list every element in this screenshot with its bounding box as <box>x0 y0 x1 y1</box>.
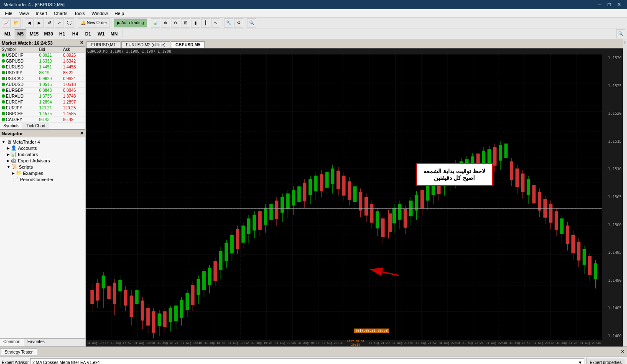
svg-rect-119 <box>364 197 368 215</box>
fullscreen-button[interactable]: ⛶ <box>65 18 74 28</box>
chart-highlight-box: 2017.08.31 20:58 <box>354 329 389 333</box>
nav-metatrader4[interactable]: ▼ 🖥 MetaTrader 4 <box>0 139 85 145</box>
svg-rect-141 <box>426 185 429 201</box>
chart-tab-eurusd-m1[interactable]: EURUSD,M1 <box>87 41 120 48</box>
period-h4[interactable]: H4 <box>69 29 81 38</box>
mw-cell-ask: 120.25 <box>61 105 85 111</box>
menu-window[interactable]: Window <box>88 10 111 17</box>
period-m1[interactable]: M1 <box>2 29 13 38</box>
maximize-button[interactable]: □ <box>605 2 613 8</box>
period-d1[interactable]: D1 <box>82 29 94 38</box>
zoom-in-button[interactable]: ⊕ <box>161 18 170 28</box>
period-sep-button[interactable]: ⚙ <box>234 18 243 28</box>
autotrading-button[interactable]: ▶ AutoTrading <box>114 18 147 28</box>
menu-help[interactable]: Help <box>111 10 127 17</box>
mw-cell-ask: 1.6342 <box>61 58 85 64</box>
tester-header: Strategy Tester ✕ <box>0 347 627 356</box>
svg-rect-193 <box>571 235 575 253</box>
period-mn[interactable]: MN <box>108 29 120 38</box>
menu-tools[interactable]: Tools <box>71 10 88 17</box>
svg-rect-55 <box>186 293 189 310</box>
mw-cell-symbol: EURUSD <box>0 64 37 70</box>
mw-row[interactable]: EURGBP 0.8843 0.8846 <box>0 88 85 94</box>
nav-scripts[interactable]: ▼ 📜 Scripts <box>0 164 85 170</box>
side-tab-1[interactable] <box>624 41 626 44</box>
period-m5[interactable]: M5 <box>15 29 26 38</box>
candlestick-chart <box>86 54 602 340</box>
svg-rect-185 <box>549 204 552 222</box>
menu-view[interactable]: View <box>16 10 33 17</box>
line-chart-button[interactable]: ∿ <box>211 18 220 28</box>
mw-cell-symbol: EURAUD <box>0 94 37 99</box>
open-button[interactable]: 📂 <box>12 18 21 28</box>
period-h1[interactable]: H1 <box>56 29 68 38</box>
nav-mt4-icon: 🖥 <box>7 139 11 144</box>
chart-tab-eurusd-m2[interactable]: EURUSD,M2 (offline) <box>121 41 170 48</box>
mw-row[interactable]: EURAUD 1.3736 1.3748 <box>0 94 85 99</box>
mw-row[interactable]: USDCHF 0.8921 0.8925 <box>0 53 85 58</box>
chart-tab-gbpusd-m5[interactable]: GBPUSD,M5 <box>171 41 205 48</box>
nav-indicators[interactable]: ▶ 📊 Indicators <box>0 151 85 157</box>
mw-row[interactable]: EURUSD 1.4451 1.4453 <box>0 64 85 70</box>
nav-expert-advisors[interactable]: ▶ 🤖 Expert Advisors <box>0 157 85 164</box>
nav-period-converter[interactable]: 📄 PeriodConverter <box>0 176 85 182</box>
mw-row[interactable]: CADJPY 86.43 86.49 <box>0 117 85 123</box>
nav-examples[interactable]: ▶ 📁 Examples <box>0 170 85 176</box>
mw-row[interactable]: AUDUSD 1.0515 1.0518 <box>0 82 85 88</box>
svg-rect-201 <box>594 263 597 279</box>
period-m30[interactable]: M30 <box>42 29 55 38</box>
indicators-button[interactable]: 📊 <box>151 18 160 28</box>
menu-file[interactable]: File <box>2 10 16 17</box>
nav-accounts-expand: ▶ <box>7 146 10 150</box>
svg-rect-83 <box>264 208 267 225</box>
menu-charts[interactable]: Charts <box>51 10 71 17</box>
grid-button[interactable]: ⊞ <box>181 18 190 28</box>
svg-rect-45 <box>158 313 161 326</box>
mw-row[interactable]: GBPUSD 1.6339 1.6342 <box>0 58 85 64</box>
tester-tab[interactable]: Strategy Tester <box>0 349 37 355</box>
mw-row[interactable]: EURJPY 120.21 120.25 <box>0 105 85 111</box>
minimize-button[interactable]: ─ <box>595 2 604 8</box>
tester-close[interactable]: ✕ <box>618 349 627 354</box>
autoscroll-button[interactable]: ⤢ <box>55 18 64 28</box>
navigator-close[interactable]: ✕ <box>80 131 84 136</box>
mw-cell-bid: 1.3736 <box>37 94 61 99</box>
period-w1[interactable]: W1 <box>95 29 107 38</box>
search-icon[interactable]: 🔍 <box>616 29 625 38</box>
svg-rect-23 <box>96 283 99 301</box>
svg-rect-105 <box>325 172 329 188</box>
nav-accounts[interactable]: ▶ 👤 Accounts <box>0 145 85 151</box>
period-m15[interactable]: M15 <box>28 29 41 38</box>
close-button[interactable]: ✕ <box>614 2 624 8</box>
mw-cell-bid: 1.2894 <box>37 99 61 105</box>
chart-inner[interactable]: لاحظ توقيت بداية الشمعه اصبح كل دقيقتين <box>86 54 602 340</box>
svg-rect-165 <box>493 147 497 165</box>
new-order-button[interactable]: 🔔 New Order <box>78 18 110 28</box>
nav-ea-icon: 🤖 <box>11 158 17 163</box>
tab-favorites[interactable]: Favorites <box>24 339 48 346</box>
mw-row[interactable]: USDCAD 0.9620 0.9624 <box>0 76 85 82</box>
template-button[interactable]: 🔧 <box>224 18 233 28</box>
forward-button[interactable]: ▶ <box>35 18 44 28</box>
tab-common[interactable]: Common <box>0 339 24 346</box>
mw-row[interactable]: EURCHF 1.2894 1.2897 <box>0 99 85 105</box>
candle-chart-button[interactable]: ┃ <box>201 18 210 28</box>
navigator-tree: ▼ 🖥 MetaTrader 4 ▶ 👤 Accounts ▶ 📊 Indica… <box>0 137 85 336</box>
market-watch-header: Market Watch: 16:24:53 ✕ <box>0 39 85 47</box>
zoom-out-button[interactable]: ⊖ <box>171 18 180 28</box>
mw-row[interactable]: USDJPY 83.19 83.22 <box>0 70 85 76</box>
back-button[interactable]: ◀ <box>25 18 34 28</box>
expert-properties-button[interactable]: Expert properties <box>586 358 625 364</box>
menu-insert[interactable]: Insert <box>32 10 51 17</box>
market-watch-close[interactable]: ✕ <box>80 40 84 46</box>
mw-row[interactable]: GBPCHF 1.4575 1.4585 <box>0 111 85 117</box>
bar-chart-button[interactable]: ▮ <box>191 18 200 28</box>
refresh-button[interactable]: ↺ <box>45 18 54 28</box>
mw-tab-tickchart[interactable]: Tick Chart <box>23 123 49 129</box>
search-button[interactable]: 🔍 <box>247 18 256 28</box>
svg-rect-61 <box>202 271 206 290</box>
mw-tab-symbols[interactable]: Symbols <box>0 123 23 129</box>
expert-dropdown[interactable]: 2 MA Crosses Mega filter EA V1.ex4 ▼ <box>30 358 584 364</box>
new-chart-button[interactable]: 📈 <box>2 18 11 28</box>
mw-cell-bid: 1.4575 <box>37 111 61 117</box>
